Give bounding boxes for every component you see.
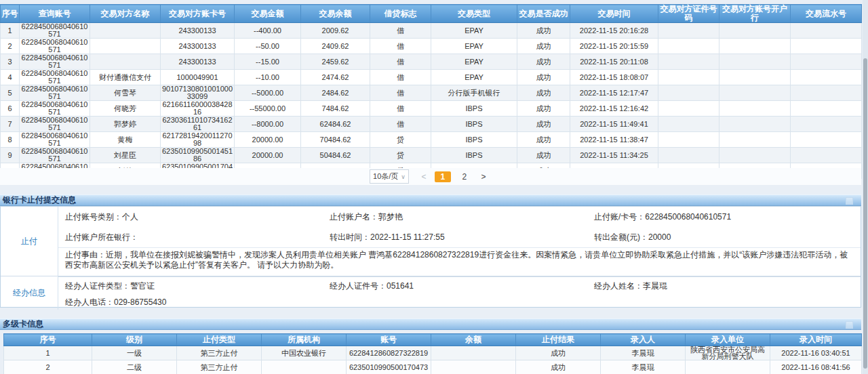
table-cell: 20000.00 <box>235 132 301 148</box>
column-header: 序号 <box>4 334 92 346</box>
multi-card-table-wrap: 序号级别止付类型所属机构账号余额止付结果录入人录入单位录入时间1一级第三方止付中… <box>3 333 862 374</box>
table-cell: 陕西省西安市公安局高新分局刑警大队 <box>686 346 770 360</box>
table-cell: EPAY <box>431 39 517 54</box>
vertical-scrollbar[interactable] <box>863 0 868 374</box>
table-cell: 6228450068040610571 <box>20 23 90 39</box>
column-header: 交易对方账卡号 <box>161 5 235 23</box>
table-cell: 6216611600003842816 <box>161 101 235 117</box>
column-header: 交易对方名称 <box>90 5 161 23</box>
table-row[interactable]: 56228450068040610571何雪琴90107130801001000… <box>1 85 862 101</box>
table-cell: 成功 <box>517 70 570 85</box>
table-cell: 成功 <box>517 39 570 54</box>
field-transfer-amount: 转出金额(元)：20000 <box>594 232 861 243</box>
column-header: 交易金额 <box>235 5 301 23</box>
table-cell: 6228450068040610571 <box>20 54 90 70</box>
table-row[interactable]: 76228450068040610571郭梦婷62303611010734162… <box>1 117 862 132</box>
page-button-2[interactable]: 2 <box>456 171 473 182</box>
scrollbar-thumb[interactable] <box>863 58 867 369</box>
table-cell: 成功 <box>516 346 601 360</box>
table-row[interactable]: 96228450068040610571刘星臣62350109905001451… <box>1 148 862 163</box>
table-cell: IBPS <box>431 148 517 163</box>
table-cell <box>658 85 719 101</box>
table-cell: 借 <box>370 101 431 117</box>
table-cell: IBPS <box>431 101 517 117</box>
table-row[interactable]: 16228450068040610571243300133--400.00200… <box>1 23 862 39</box>
column-header: 账号 <box>347 334 431 346</box>
table-cell: 8 <box>1 132 20 148</box>
stop-payment-page: 序号查询账号交易对方名称交易对方账卡号交易金额交易余额借贷标志交易类型交易是否成… <box>0 0 868 374</box>
table-cell: 李晨琨 <box>601 346 686 360</box>
page-size-select[interactable]: 10条/页 ∨ <box>370 169 409 184</box>
field-card-number: 止付账/卡号：6228450068040610571 <box>594 211 861 223</box>
table-cell <box>658 23 719 39</box>
table-row[interactable]: 2二级第三方止付6235010990500170473成功李晨琨2022-11-… <box>4 360 862 374</box>
table-cell: 2022-11-15 18:08:07 <box>570 70 658 85</box>
prev-page-button[interactable]: < <box>418 171 429 182</box>
table-cell <box>791 85 862 101</box>
table-cell: 6228412860827322819 <box>347 346 431 360</box>
table-cell: --15.00 <box>235 54 301 70</box>
column-header: 录入时间 <box>770 334 862 346</box>
table-cell <box>719 132 791 148</box>
column-header: 交易对方账号开户行 <box>719 5 791 23</box>
table-row[interactable]: 1一级第三方止付中国农业银行6228412860827322819成功李晨琨陕西… <box>4 346 862 360</box>
table-cell <box>90 54 161 70</box>
table-row[interactable]: 46228450068040610571财付通微信支付1000049901--1… <box>1 70 862 85</box>
table-cell <box>658 101 719 117</box>
table-cell: 2022-11-15 20:16:28 <box>570 23 658 39</box>
table-cell: 70484.62 <box>301 132 370 148</box>
table-cell: 借 <box>370 85 431 101</box>
table-cell: 2022-11-15 11:34:25 <box>570 148 658 163</box>
column-header: 序号 <box>1 5 20 23</box>
table-cell <box>90 39 161 54</box>
table-cell <box>658 132 719 148</box>
table-cell: 成功 <box>517 85 570 101</box>
table-cell: 6228450068040610571 <box>20 148 90 163</box>
column-header: 止付类型 <box>177 334 262 346</box>
field-transfer-time: 转出时间：2022-11-15 11:27:55 <box>330 232 594 243</box>
table-cell: 2484.62 <box>301 85 370 101</box>
column-header: 所属机构 <box>262 334 347 346</box>
table-cell: 借 <box>370 117 431 132</box>
collapse-icon[interactable] <box>846 321 853 329</box>
multi-card-table: 序号级别止付类型所属机构账号余额止付结果录入人录入单位录入时间1一级第三方止付中… <box>3 333 862 374</box>
stop-reason-text: 止付事由：近期，我单位在接报刘妮被骗警情中，发现涉案人员利用贵单位相关账户 曹鸿… <box>58 247 861 276</box>
table-cell: 何雪琴 <box>90 85 161 101</box>
table-cell <box>658 117 719 132</box>
table-cell: 何晓芳 <box>90 101 161 117</box>
table-cell: 6235010990500170473 <box>347 360 431 374</box>
column-header: 交易对方证件号码 <box>658 5 719 23</box>
table-cell: 借 <box>370 70 431 85</box>
table-cell: 2 <box>4 360 92 374</box>
table-cell: 成功 <box>517 117 570 132</box>
table-cell: --55000.00 <box>235 101 301 117</box>
table-cell: 243300133 <box>161 23 235 39</box>
table-cell: 2022-11-16 08:41:56 <box>770 360 862 374</box>
table-cell: 借 <box>370 23 431 39</box>
table-cell: --8000.00 <box>235 117 301 132</box>
field-account-name: 止付账户名：郭梦艳 <box>330 211 594 223</box>
table-cell: 二级 <box>92 360 177 374</box>
next-page-button[interactable]: > <box>478 171 489 182</box>
table-cell: 成功 <box>517 148 570 163</box>
table-cell <box>658 148 719 163</box>
table-cell: 20000.00 <box>235 148 301 163</box>
column-header: 级别 <box>92 334 177 346</box>
column-header: 止付结果 <box>516 334 601 346</box>
table-cell: 2009.62 <box>301 23 370 39</box>
table-cell: 50484.62 <box>301 148 370 163</box>
stop-group-fields: 止付账号类别：个人 止付账户名：郭梦艳 止付账/卡号：6228450068040… <box>58 207 861 276</box>
table-cell: 中国农业银行 <box>262 346 347 360</box>
table-cell <box>719 101 791 117</box>
table-row[interactable]: 66228450068040610571何晓芳62166116000038428… <box>1 101 862 117</box>
table-cell: 5 <box>1 85 20 101</box>
stop-info-section-title: 银行卡止付提交信息 <box>3 195 76 205</box>
table-row[interactable]: 26228450068040610571243300133--50.002409… <box>1 39 862 54</box>
table-cell: 2 <box>1 39 20 54</box>
collapse-icon[interactable] <box>846 197 853 205</box>
column-header: 查询账号 <box>20 5 90 23</box>
page-button-1[interactable]: 1 <box>435 171 451 182</box>
table-cell: 借 <box>370 54 431 70</box>
table-row[interactable]: 36228450068040610571243300133--15.002459… <box>1 54 862 70</box>
table-row[interactable]: 86228450068040610571黄梅621728194200112709… <box>1 132 862 148</box>
